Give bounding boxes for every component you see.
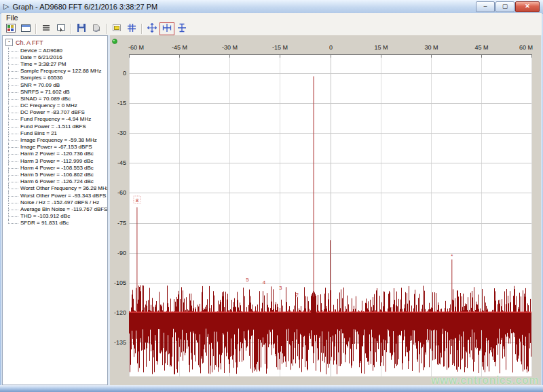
svg-text:-45 M: -45 M [172, 44, 187, 51]
save-icon [76, 22, 87, 36]
tree-item-label: Worst Other Frequency = 36.28 MHz [20, 185, 108, 191]
tree-item[interactable]: Device = AD9680 [3, 47, 107, 54]
toolbar-separator [106, 24, 107, 34]
toolbar-fit-horizontal-button[interactable] [160, 22, 174, 35]
tree-item-label: Harm 4 Power = -108.553 dBc [20, 165, 94, 171]
toolbar-data-list-button[interactable] [39, 22, 54, 35]
toolbar-fit-vertical-button[interactable] [174, 22, 189, 35]
tree-item[interactable]: SINAD = 70.089 dBc [3, 95, 107, 102]
tree-item[interactable]: Noise / Hz = -152.497 dBFS / Hz [3, 199, 107, 205]
tree-item-label: Image Frequency = -59.38 MHz [20, 137, 97, 143]
menubar: File [1, 13, 542, 22]
menu-item-file[interactable]: File [1, 13, 23, 22]
new-window-icon [20, 22, 31, 36]
toolbar-highlight-button[interactable] [109, 22, 124, 35]
titlebar[interactable]: ▷ Graph - AD9680 FFT 6/21/2016 3:38:27 P… [0, 0, 543, 14]
svg-text:0: 0 [329, 44, 333, 51]
minimize-button[interactable]: – [476, 1, 495, 12]
client-area: - Ch. A FFT Device = AD9680Date = 6/21/2… [1, 35, 542, 385]
status-led-icon [113, 39, 117, 44]
tree-items: Device = AD9680Date = 6/21/2016Time = 3:… [3, 47, 107, 227]
tree-item[interactable]: Harm 5 Power = -106.862 dBc [3, 171, 107, 178]
tree-item-label: SINAD = 70.089 dBc [20, 96, 71, 102]
tree-item-label: DC Power = -83.707 dBFS [20, 109, 85, 115]
toolbar-export-button[interactable] [89, 22, 104, 35]
tree-root-row[interactable]: - Ch. A FFT [3, 36, 107, 47]
tree-item[interactable]: Fund Frequency = -4.94 MHz [3, 116, 107, 123]
fft-chart-panel[interactable]: -60 M-45 M-30 M-15 M015 M30 M45 M60 M0-1… [110, 35, 541, 385]
tree-item[interactable]: THD = -103.912 dBc [3, 213, 107, 220]
minimize-icon: – [483, 3, 487, 9]
tree-item-label: Harm 3 Power = -112.999 dBc [20, 158, 93, 164]
toolbar-separator [141, 24, 143, 34]
svg-text:-105: -105 [114, 279, 126, 286]
toolbar-new-window-button[interactable] [18, 22, 33, 35]
window-controls: – ▢ ✕ [476, 1, 540, 12]
tree-item[interactable]: Harm 2 Power = -120.736 dBc [3, 151, 107, 157]
tree-item-label: Device = AD9680 [20, 47, 62, 54]
svg-text:2: 2 [295, 292, 299, 298]
tree-item[interactable]: Average Bin Noise = -119.767 dBFS [3, 205, 107, 212]
fit-vertical-icon [176, 22, 187, 36]
toolbar-graph-properties-button[interactable] [3, 22, 18, 35]
highlight-icon [111, 22, 122, 36]
tree-item-label: Time = 3:38:27 PM [20, 61, 67, 67]
tree-item-label: Image Power = -67.153 dBFS [20, 144, 92, 150]
tree-item[interactable]: Worst Other Power = -93.343 dBFS [3, 192, 107, 199]
close-button[interactable]: ✕ [515, 1, 540, 12]
collapse-toggle-icon[interactable]: - [5, 39, 13, 46]
svg-text:3: 3 [279, 285, 282, 291]
svg-text:-60: -60 [117, 189, 126, 196]
svg-text:30 M: 30 M [424, 44, 438, 51]
tree-item-label: Samples = 65536 [20, 75, 63, 81]
graph-properties-icon [5, 22, 16, 36]
svg-text:-30 M: -30 M [222, 44, 238, 51]
fft-chart[interactable]: -60 M-45 M-30 M-15 M015 M30 M45 M60 M0-1… [110, 35, 541, 385]
tree-item-label: Average Bin Noise = -119.767 dBFS [20, 206, 107, 212]
tree-item[interactable]: DC Power = -83.707 dBFS [3, 109, 107, 116]
svg-text:-75: -75 [117, 220, 126, 227]
toolbar-save-button[interactable] [74, 22, 89, 35]
svg-text:-30: -30 [117, 130, 126, 136]
export-icon [91, 22, 102, 36]
toolbar-fit-all-button[interactable] [145, 22, 160, 35]
svg-text:-120: -120 [114, 309, 126, 316]
tree-item-label: Worst Other Power = -93.343 dBFS [20, 193, 106, 199]
tree-root-label: Ch. A FFT [16, 39, 43, 46]
tree-item[interactable]: Harm 6 Power = -126.724 dBc [3, 178, 107, 185]
svg-text:-135: -135 [114, 339, 126, 346]
maximize-button[interactable]: ▢ [495, 1, 514, 12]
toolbar-grid-toggle-button[interactable] [124, 22, 139, 35]
tree-item[interactable]: SFDR = 91.831 dBc [3, 220, 107, 227]
tree-item-label: Harm 6 Power = -126.724 dBc [20, 178, 94, 184]
tree-item-label: DC Frequency = 0 MHz [20, 102, 77, 109]
tree-item[interactable]: Fund Power = -1.511 dBFS [3, 123, 107, 130]
tree-item[interactable]: Date = 6/21/2016 [3, 54, 107, 60]
fit-horizontal-icon [162, 22, 172, 36]
tree-item-label: Date = 6/21/2016 [20, 54, 62, 60]
tree-item[interactable]: Image Power = -67.153 dBFS [3, 144, 107, 151]
fft-plot[interactable]: -60 M-45 M-30 M-15 M015 M30 M45 M60 M0-1… [110, 35, 541, 385]
tree-item[interactable]: Harm 3 Power = -112.999 dBc [3, 157, 107, 164]
tree-item[interactable]: Fund Bins = 21 [3, 130, 107, 136]
tree-item[interactable]: SNR = 70.09 dB [3, 81, 107, 88]
tree-item-label: SNR = 70.09 dB [20, 82, 60, 88]
tree-item[interactable]: Time = 3:38:27 PM [3, 60, 107, 67]
tree-item-label: Harm 5 Power = -106.862 dBc [20, 172, 94, 178]
svg-text:45 M: 45 M [474, 44, 488, 51]
toolbar-separator [35, 24, 37, 34]
tree-item[interactable]: Sample Frequency = 122.88 MHz [3, 68, 107, 75]
tree-item[interactable]: Samples = 65536 [3, 75, 107, 81]
tree-item[interactable]: Image Frequency = -59.38 MHz [3, 136, 107, 143]
svg-text:-15: -15 [117, 100, 126, 106]
tree-item-label: Noise / Hz = -152.497 dBFS / Hz [20, 199, 99, 205]
fit-all-icon [147, 22, 157, 36]
svg-text:-45: -45 [117, 159, 126, 166]
measurement-tree-panel: - Ch. A FFT Device = AD9680Date = 6/21/2… [2, 35, 108, 385]
tree-item[interactable]: Worst Other Frequency = 36.28 MHz [3, 185, 107, 192]
svg-text:4: 4 [263, 279, 266, 286]
tree-item[interactable]: Harm 4 Power = -108.553 dBc [3, 164, 107, 171]
toolbar-cursor-values-button[interactable] [54, 22, 69, 35]
tree-item[interactable]: DC Frequency = 0 MHz [3, 102, 107, 109]
tree-item[interactable]: SNRFS = 71.602 dB [3, 88, 107, 95]
